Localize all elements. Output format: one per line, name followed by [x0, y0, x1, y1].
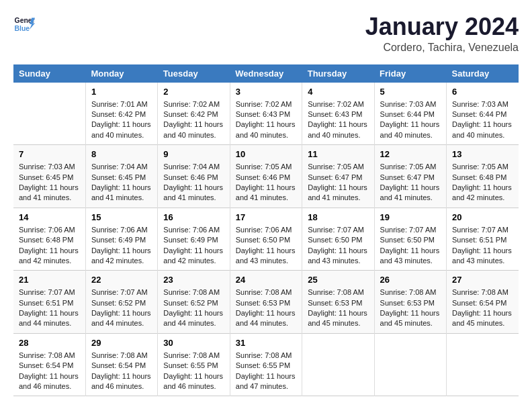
- day-info: Sunrise: 7:08 AM Sunset: 6:54 PM Dayligh…: [452, 287, 513, 329]
- calendar-cell: 19Sunrise: 7:07 AM Sunset: 6:50 PM Dayli…: [374, 208, 446, 271]
- column-header-thursday: Thursday: [302, 64, 374, 83]
- calendar-cell: 12Sunrise: 7:05 AM Sunset: 6:47 PM Dayli…: [374, 145, 446, 208]
- day-info: Sunrise: 7:05 AM Sunset: 6:46 PM Dayligh…: [236, 162, 296, 203]
- calendar-cell: 2Sunrise: 7:02 AM Sunset: 6:42 PM Daylig…: [158, 83, 230, 145]
- day-info: Sunrise: 7:07 AM Sunset: 6:51 PM Dayligh…: [452, 225, 513, 267]
- day-number: 22: [91, 275, 152, 285]
- day-number: 28: [19, 338, 80, 348]
- day-number: 26: [380, 275, 441, 285]
- calendar-cell: 17Sunrise: 7:06 AM Sunset: 6:50 PM Dayli…: [230, 208, 302, 271]
- day-info: Sunrise: 7:03 AM Sunset: 6:45 PM Dayligh…: [19, 162, 80, 203]
- calendar-cell: 8Sunrise: 7:04 AM Sunset: 6:45 PM Daylig…: [85, 145, 157, 208]
- day-number: 7: [19, 149, 80, 159]
- day-number: 11: [308, 149, 368, 159]
- day-info: Sunrise: 7:07 AM Sunset: 6:50 PM Dayligh…: [380, 225, 441, 267]
- calendar-cell: 28Sunrise: 7:08 AM Sunset: 6:54 PM Dayli…: [13, 333, 85, 396]
- calendar-cell: 15Sunrise: 7:06 AM Sunset: 6:49 PM Dayli…: [85, 208, 157, 271]
- day-number: 12: [380, 149, 441, 159]
- day-number: 20: [452, 212, 513, 222]
- calendar-cell: [13, 83, 85, 145]
- week-row-3: 14Sunrise: 7:06 AM Sunset: 6:48 PM Dayli…: [13, 208, 519, 271]
- day-number: 6: [452, 87, 513, 97]
- calendar-cell: 14Sunrise: 7:06 AM Sunset: 6:48 PM Dayli…: [13, 208, 85, 271]
- location: Cordero, Tachira, Venezuela: [365, 42, 519, 54]
- day-number: 8: [91, 149, 152, 159]
- calendar-cell: 23Sunrise: 7:08 AM Sunset: 6:52 PM Dayli…: [158, 271, 230, 334]
- day-number: 9: [163, 149, 224, 159]
- week-row-2: 7Sunrise: 7:03 AM Sunset: 6:45 PM Daylig…: [13, 145, 519, 208]
- day-number: 2: [163, 87, 224, 97]
- calendar-cell: 24Sunrise: 7:08 AM Sunset: 6:53 PM Dayli…: [230, 271, 302, 334]
- day-number: 17: [236, 212, 296, 222]
- day-info: Sunrise: 7:08 AM Sunset: 6:53 PM Dayligh…: [380, 287, 441, 329]
- day-number: 30: [163, 338, 224, 348]
- day-info: Sunrise: 7:07 AM Sunset: 6:51 PM Dayligh…: [19, 287, 80, 329]
- day-number: 15: [91, 212, 152, 222]
- day-info: Sunrise: 7:06 AM Sunset: 6:49 PM Dayligh…: [91, 225, 152, 267]
- day-number: 24: [236, 275, 296, 285]
- calendar-cell: 22Sunrise: 7:07 AM Sunset: 6:52 PM Dayli…: [85, 271, 157, 334]
- day-number: 21: [19, 275, 80, 285]
- column-header-monday: Monday: [85, 64, 157, 83]
- day-info: Sunrise: 7:08 AM Sunset: 6:53 PM Dayligh…: [236, 287, 296, 329]
- day-number: 4: [308, 87, 368, 97]
- calendar-cell: [302, 333, 374, 396]
- calendar-cell: 4Sunrise: 7:02 AM Sunset: 6:43 PM Daylig…: [302, 83, 374, 145]
- day-info: Sunrise: 7:06 AM Sunset: 6:50 PM Dayligh…: [236, 225, 296, 267]
- day-info: Sunrise: 7:04 AM Sunset: 6:45 PM Dayligh…: [91, 162, 152, 203]
- day-info: Sunrise: 7:02 AM Sunset: 6:42 PM Dayligh…: [163, 99, 224, 141]
- calendar-table: SundayMondayTuesdayWednesdayThursdayFrid…: [13, 64, 519, 397]
- calendar-cell: 10Sunrise: 7:05 AM Sunset: 6:46 PM Dayli…: [230, 145, 302, 208]
- day-info: Sunrise: 7:03 AM Sunset: 6:44 PM Dayligh…: [452, 99, 513, 141]
- day-info: Sunrise: 7:05 AM Sunset: 6:48 PM Dayligh…: [452, 162, 513, 203]
- calendar-cell: 21Sunrise: 7:07 AM Sunset: 6:51 PM Dayli…: [13, 271, 85, 334]
- calendar-cell: 27Sunrise: 7:08 AM Sunset: 6:54 PM Dayli…: [447, 271, 519, 334]
- week-row-4: 21Sunrise: 7:07 AM Sunset: 6:51 PM Dayli…: [13, 271, 519, 334]
- day-info: Sunrise: 7:03 AM Sunset: 6:44 PM Dayligh…: [380, 99, 441, 141]
- month-title: January 2024: [365, 13, 519, 40]
- column-header-friday: Friday: [374, 64, 446, 83]
- day-number: 16: [163, 212, 224, 222]
- day-number: 18: [308, 212, 368, 222]
- day-info: Sunrise: 7:08 AM Sunset: 6:53 PM Dayligh…: [308, 287, 368, 329]
- title-block: January 2024 Cordero, Tachira, Venezuela: [365, 13, 519, 54]
- day-number: 10: [236, 149, 296, 159]
- day-number: 14: [19, 212, 80, 222]
- day-info: Sunrise: 7:08 AM Sunset: 6:55 PM Dayligh…: [236, 351, 296, 392]
- svg-text:Blue: Blue: [15, 25, 30, 32]
- day-info: Sunrise: 7:01 AM Sunset: 6:42 PM Dayligh…: [91, 99, 152, 141]
- day-info: Sunrise: 7:06 AM Sunset: 6:48 PM Dayligh…: [19, 225, 80, 267]
- week-row-1: 1Sunrise: 7:01 AM Sunset: 6:42 PM Daylig…: [13, 83, 519, 145]
- day-info: Sunrise: 7:08 AM Sunset: 6:55 PM Dayligh…: [163, 351, 224, 392]
- day-number: 29: [91, 338, 152, 348]
- calendar-cell: 31Sunrise: 7:08 AM Sunset: 6:55 PM Dayli…: [230, 333, 302, 396]
- calendar-cell: 11Sunrise: 7:05 AM Sunset: 6:47 PM Dayli…: [302, 145, 374, 208]
- day-number: 3: [236, 87, 296, 97]
- column-header-sunday: Sunday: [13, 64, 85, 83]
- page-header: General Blue January 2024 Cordero, Tachi…: [13, 13, 519, 54]
- column-header-tuesday: Tuesday: [158, 64, 230, 83]
- day-info: Sunrise: 7:08 AM Sunset: 6:52 PM Dayligh…: [163, 287, 224, 329]
- day-info: Sunrise: 7:08 AM Sunset: 6:54 PM Dayligh…: [91, 351, 152, 392]
- day-info: Sunrise: 7:07 AM Sunset: 6:50 PM Dayligh…: [308, 225, 368, 267]
- day-info: Sunrise: 7:07 AM Sunset: 6:52 PM Dayligh…: [91, 287, 152, 329]
- calendar-header-row: SundayMondayTuesdayWednesdayThursdayFrid…: [13, 64, 519, 83]
- logo-icon: General Blue: [13, 13, 35, 35]
- day-number: 1: [91, 87, 152, 97]
- day-info: Sunrise: 7:06 AM Sunset: 6:49 PM Dayligh…: [163, 225, 224, 267]
- day-info: Sunrise: 7:04 AM Sunset: 6:46 PM Dayligh…: [163, 162, 224, 203]
- day-info: Sunrise: 7:02 AM Sunset: 6:43 PM Dayligh…: [236, 99, 296, 141]
- calendar-cell: 16Sunrise: 7:06 AM Sunset: 6:49 PM Dayli…: [158, 208, 230, 271]
- calendar-cell: 3Sunrise: 7:02 AM Sunset: 6:43 PM Daylig…: [230, 83, 302, 145]
- week-row-5: 28Sunrise: 7:08 AM Sunset: 6:54 PM Dayli…: [13, 333, 519, 396]
- day-info: Sunrise: 7:08 AM Sunset: 6:54 PM Dayligh…: [19, 351, 80, 392]
- calendar-cell: 5Sunrise: 7:03 AM Sunset: 6:44 PM Daylig…: [374, 83, 446, 145]
- day-number: 5: [380, 87, 441, 97]
- day-number: 13: [452, 149, 513, 159]
- day-number: 19: [380, 212, 441, 222]
- day-info: Sunrise: 7:05 AM Sunset: 6:47 PM Dayligh…: [380, 162, 441, 203]
- calendar-cell: 25Sunrise: 7:08 AM Sunset: 6:53 PM Dayli…: [302, 271, 374, 334]
- calendar-cell: 26Sunrise: 7:08 AM Sunset: 6:53 PM Dayli…: [374, 271, 446, 334]
- day-info: Sunrise: 7:05 AM Sunset: 6:47 PM Dayligh…: [308, 162, 368, 203]
- calendar-cell: 20Sunrise: 7:07 AM Sunset: 6:51 PM Dayli…: [447, 208, 519, 271]
